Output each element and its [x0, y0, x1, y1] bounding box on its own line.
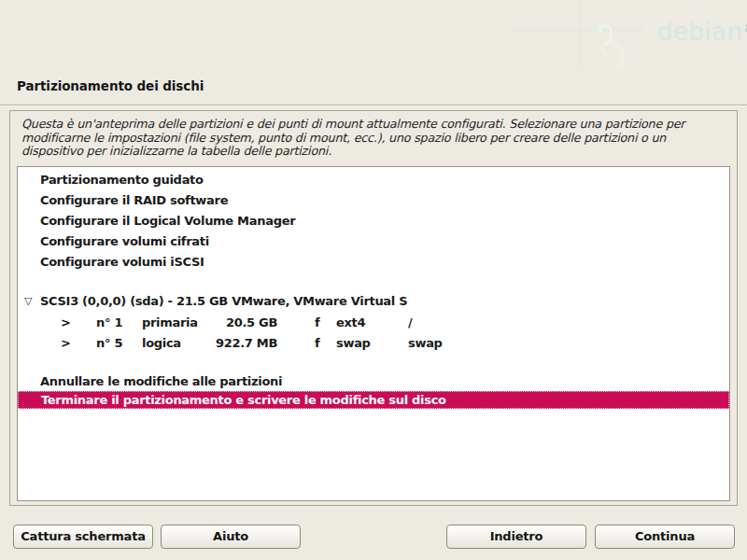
partition-size: 922.7 MB: [204, 334, 277, 353]
intro-text: Questa è un'anteprima delle partizioni e…: [21, 118, 684, 159]
list-item-label: Configurare il RAID software: [40, 191, 228, 210]
partition-type: logica: [142, 334, 181, 353]
intro-line: dispositivo per inizializzarne la tabell…: [21, 145, 684, 159]
list-item-undo-changes[interactable]: Annullare le modifiche alle partizioni: [18, 372, 729, 391]
screenshot-button[interactable]: Cattura schermata: [13, 525, 153, 549]
disk-label: SCSI3 (0,0,0) (sda) - 21.5 GB VMware, VM…: [40, 292, 407, 311]
continue-button[interactable]: Continua: [595, 525, 735, 549]
list-item-guided-partitioning[interactable]: Partizionamento guidato: [18, 171, 729, 189]
list-item-label: Partizionamento guidato: [40, 171, 204, 189]
partition-mountpoint: swap: [408, 334, 443, 353]
list-item-label: Configurare il Logical Volume Manager: [40, 212, 295, 231]
help-button[interactable]: Aiuto: [161, 525, 301, 549]
disk-row[interactable]: ▽ SCSI3 (0,0,0) (sda) - 21.5 GB VMware, …: [18, 292, 729, 311]
list-item-configure-lvm[interactable]: Configurare il Logical Volume Manager: [18, 212, 729, 231]
brand-logo-text: debian8: [657, 18, 747, 49]
back-button[interactable]: Indietro: [446, 525, 586, 549]
partition-mountpoint: /: [408, 314, 412, 332]
list-item-label: Configurare volumi cifrati: [40, 232, 209, 251]
list-item-configure-encrypted[interactable]: Configurare volumi cifrati: [18, 232, 729, 251]
list-item-configure-iscsi[interactable]: Configurare volumi iSCSI: [18, 253, 729, 272]
brand-name: debian: [657, 18, 743, 46]
title-separator: [0, 105, 747, 106]
partition-format-flag: f: [315, 314, 319, 332]
content-frame: Questa è un'anteprima delle partizioni e…: [9, 110, 738, 506]
debian-swirl-logo-icon: [0, 0, 747, 70]
list-item-label: Configurare volumi iSCSI: [40, 253, 204, 272]
partition-marker: >: [61, 334, 71, 353]
partition-filesystem: ext4: [336, 314, 365, 332]
partition-size: 20.5 GB: [204, 314, 277, 332]
list-item-label: Terminare il partizionamento e scrivere …: [41, 392, 446, 409]
page-title: Partizionamento dei dischi: [17, 78, 204, 93]
list-item-finish-partitioning-selected[interactable]: Terminare il partizionamento e scrivere …: [18, 391, 729, 409]
list-item-label: Annullare le modifiche alle partizioni: [40, 372, 282, 391]
partition-row-1[interactable]: > n° 1 primaria 20.5 GB f ext4 /: [18, 314, 729, 332]
partition-number: n° 5: [96, 334, 122, 353]
intro-line: Questa è un'anteprima delle partizioni e…: [21, 118, 684, 132]
partition-format-flag: f: [315, 334, 319, 353]
partition-number: n° 1: [96, 314, 122, 332]
expander-triangle-icon[interactable]: ▽: [21, 292, 35, 311]
partition-row-5[interactable]: > n° 5 logica 922.7 MB f swap swap: [18, 334, 729, 353]
partition-list: Partizionamento guidato Configurare il R…: [17, 166, 730, 501]
partition-marker: >: [61, 314, 71, 332]
partition-type: primaria: [142, 314, 198, 332]
list-item-configure-raid[interactable]: Configurare il RAID software: [18, 191, 729, 210]
header-banner: debian8: [0, 0, 747, 70]
partition-filesystem: swap: [336, 334, 371, 353]
intro-line: modificarne le impostazioni (file system…: [21, 132, 684, 146]
